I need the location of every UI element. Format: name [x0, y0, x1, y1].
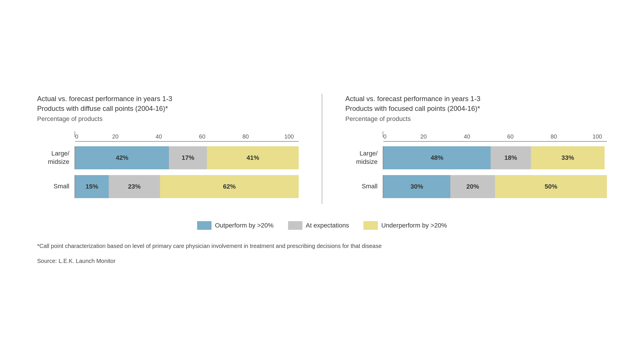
bar-container-diffuse-1: 15%23%62%: [75, 175, 299, 198]
chart-title-line3-diffuse: Percentage of products: [37, 115, 299, 123]
x-tick-focused-4: 80: [551, 133, 557, 140]
bar-segment-focused-1-0: 30%: [383, 175, 450, 198]
chart-panel-diffuse: Actual vs. forecast performance in years…: [37, 94, 299, 204]
chart-header-focused: Actual vs. forecast performance in years…: [345, 94, 607, 122]
x-tick-focused-5: 100: [592, 133, 602, 140]
legend-label-1: At expectations: [306, 222, 349, 229]
axis-row-diffuse: 020406080100: [37, 131, 299, 142]
bar-segment-diffuse-0-1: 17%: [169, 146, 207, 169]
x-tick-focused-2: 40: [464, 133, 470, 140]
x-tick-diffuse-1: 20: [112, 133, 119, 140]
y-label-focused-1: Small: [345, 182, 383, 191]
x-ticks-diffuse: 020406080100: [75, 133, 299, 140]
bar-segment-focused-1-1: 20%: [450, 175, 495, 198]
chart-area-diffuse: 020406080100Large/ midsize42%17%41%Small…: [37, 131, 299, 204]
y-label-diffuse-1: Small: [37, 182, 75, 191]
bar-row-diffuse-0: Large/ midsize42%17%41%: [37, 146, 299, 169]
legend: Outperform by >20%At expectationsUnderpe…: [37, 221, 607, 230]
bar-segment-diffuse-1-1: 23%: [109, 175, 160, 198]
bar-row-focused-0: Large/ midsize48%18%33%: [345, 146, 607, 169]
y-label-focused-0: Large/ midsize: [345, 149, 383, 166]
bar-container-focused-1: 30%20%50%: [383, 175, 607, 198]
x-axis-line-focused: [383, 141, 607, 142]
bar-container-diffuse-0: 42%17%41%: [75, 146, 299, 169]
bar-segment-focused-0-2: 33%: [531, 146, 605, 169]
bar-segment-diffuse-1-2: 62%: [160, 175, 299, 198]
legend-label-0: Outperform by >20%: [215, 222, 274, 229]
y-label-diffuse-0: Large/ midsize: [37, 149, 75, 166]
page: Actual vs. forecast performance in years…: [20, 68, 624, 277]
chart-divider: [322, 94, 322, 204]
chart-title-line3-focused: Percentage of products: [345, 115, 607, 123]
bar-segment-diffuse-0-2: 41%: [207, 146, 299, 169]
bar-segment-focused-0-0: 48%: [383, 146, 491, 169]
bar-segment-diffuse-1-0: 15%: [75, 175, 109, 198]
legend-item-1: At expectations: [288, 221, 349, 230]
x-ticks-focused: 020406080100: [383, 133, 607, 140]
x-axis-line-diffuse: [75, 141, 299, 142]
x-tick-diffuse-3: 60: [199, 133, 205, 140]
legend-item-2: Underperform by >20%: [363, 221, 447, 230]
bar-row-diffuse-1: Small15%23%62%: [37, 175, 299, 198]
chart-panel-focused: Actual vs. forecast performance in years…: [345, 94, 607, 204]
chart-title-line2-focused: Products with focused call points (2004-…: [345, 104, 607, 113]
bar-segment-diffuse-0-0: 42%: [75, 146, 169, 169]
footnotes: *Call point characterization based on le…: [37, 241, 607, 266]
chart-title-line1-focused: Actual vs. forecast performance in years…: [345, 94, 607, 104]
x-tick-diffuse-4: 80: [243, 133, 249, 140]
bar-row-focused-1: Small30%20%50%: [345, 175, 607, 198]
legend-swatch-gray: [288, 221, 302, 230]
axis-row-focused: 020406080100: [345, 131, 607, 142]
chart-title-line1-diffuse: Actual vs. forecast performance in years…: [37, 94, 299, 104]
bar-container-focused-0: 48%18%33%: [383, 146, 607, 169]
footnote-0: *Call point characterization based on le…: [37, 241, 607, 251]
x-axis-diffuse: 020406080100: [75, 131, 299, 142]
bar-segment-focused-1-2: 50%: [495, 175, 607, 198]
charts-row: Actual vs. forecast performance in years…: [37, 94, 607, 204]
legend-label-2: Underperform by >20%: [381, 222, 447, 229]
x-tick-focused-1: 20: [420, 133, 427, 140]
chart-title-line2-diffuse: Products with diffuse call points (2004-…: [37, 104, 299, 113]
footnote-1: Source: L.E.K. Launch Monitor: [37, 256, 607, 266]
x-tick-diffuse-5: 100: [284, 133, 294, 140]
legend-item-0: Outperform by >20%: [197, 221, 274, 230]
chart-area-focused: 020406080100Large/ midsize48%18%33%Small…: [345, 131, 607, 204]
legend-swatch-yellow: [363, 221, 378, 230]
x-tick-diffuse-0: 0: [75, 133, 78, 140]
bar-segment-focused-0-1: 18%: [491, 146, 531, 169]
legend-swatch-blue: [197, 221, 212, 230]
x-tick-focused-3: 60: [507, 133, 514, 140]
chart-header-diffuse: Actual vs. forecast performance in years…: [37, 94, 299, 122]
x-tick-diffuse-2: 40: [156, 133, 162, 140]
x-tick-focused-0: 0: [383, 133, 386, 140]
x-axis-focused: 020406080100: [383, 131, 607, 142]
